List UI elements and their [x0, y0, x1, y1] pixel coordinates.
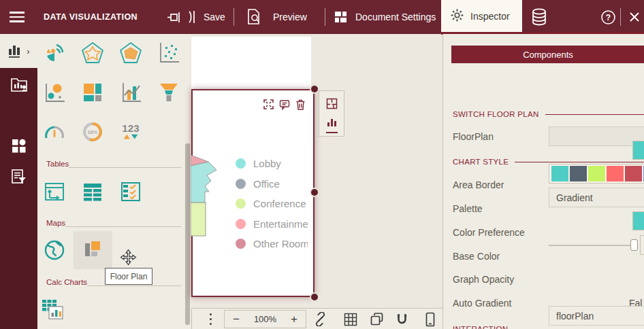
funnel-chart-icon[interactable] — [157, 80, 181, 105]
section-calc-charts: Calc Charts — [46, 277, 181, 286]
palette-color-swatch — [551, 166, 568, 181]
bubble-chart-icon[interactable] — [42, 80, 67, 105]
table-solid-icon[interactable] — [80, 179, 105, 204]
widget-expand-icon[interactable] — [263, 99, 274, 112]
floorplan-field-label: FloorPlan — [453, 131, 494, 142]
preview-icon[interactable] — [246, 0, 262, 34]
filled-radar-chart-icon[interactable] — [118, 41, 143, 65]
palette-color-swatch — [625, 166, 642, 181]
tab-inspector-label: Inspector — [470, 11, 510, 22]
base-color-swatch[interactable] — [632, 211, 644, 230]
canvas-page[interactable] — [191, 37, 311, 90]
legend-swatch — [236, 179, 246, 189]
legend-swatch — [236, 239, 246, 249]
magnet-snap-icon[interactable] — [395, 309, 409, 329]
save-icon[interactable] — [188, 0, 197, 34]
zoom-out-button[interactable]: − — [233, 313, 240, 326]
color-preference-label: Color Preference — [453, 227, 525, 238]
widget-comment-icon[interactable] — [279, 99, 290, 113]
palette-scrollbar[interactable] — [185, 143, 190, 325]
save-button[interactable]: Save — [204, 0, 225, 34]
legend-label: Office — [253, 178, 280, 190]
components-header[interactable]: Components — [451, 46, 644, 63]
duplicate-icon[interactable] — [370, 309, 384, 329]
table-resize-icon[interactable] — [42, 179, 67, 204]
svg-text:?: ? — [606, 13, 611, 22]
palette-color-row[interactable] — [549, 164, 644, 184]
combo-bar-line-chart-icon[interactable] — [118, 80, 143, 105]
tab-inspector[interactable]: Inspector — [441, 0, 522, 32]
floor-plan-drawing — [191, 152, 219, 242]
gear-icon — [450, 8, 464, 24]
sidebar-item-dashboards[interactable] — [0, 138, 37, 154]
legend-label: Entertainment — [253, 218, 308, 230]
zoom-control: − 100% + — [224, 310, 306, 328]
close-icon[interactable] — [629, 0, 640, 34]
kpi-number-icon[interactable]: 123 — [118, 120, 143, 144]
sidebar-item-filter-report[interactable] — [0, 169, 37, 186]
menu-icon[interactable] — [10, 0, 25, 34]
treemap-icon[interactable] — [80, 80, 105, 105]
database-icon[interactable] — [530, 0, 548, 34]
app-title: DATA VISUALIZATION — [44, 0, 138, 34]
floorplan-field-input[interactable] — [549, 126, 644, 146]
section-switch-floor-plan-title: SWITCH FLOOR PLAN — [453, 110, 539, 118]
toolbar-divider — [234, 8, 234, 26]
floorplan-view-icon[interactable] — [326, 98, 338, 112]
left-sidebar — [0, 68, 37, 329]
preview-button[interactable]: Preview — [273, 0, 307, 34]
calc-chart-icon[interactable] — [41, 298, 65, 322]
mobile-preview-icon[interactable] — [424, 309, 436, 329]
selection-handle-right[interactable] — [310, 188, 319, 197]
svg-text:123: 123 — [122, 122, 139, 134]
chart-legend: Lobby Office Conference Room Entertainme… — [236, 154, 308, 254]
base-color-label: Base Color — [453, 251, 500, 262]
widget-delete-icon[interactable] — [295, 99, 306, 113]
help-icon[interactable]: ? — [600, 0, 616, 34]
palette-color-swatch — [570, 166, 587, 181]
legend-label: Other Room — [253, 238, 308, 249]
area-border-color-swatch[interactable] — [632, 141, 644, 160]
legend-item: Lobby — [236, 154, 308, 174]
section-maps-title: Maps — [46, 219, 65, 227]
section-calc-charts-title: Calc Charts — [46, 278, 87, 286]
table-check-icon[interactable] — [118, 179, 143, 204]
polar-chart-icon[interactable] — [42, 41, 67, 65]
legend-swatch — [236, 198, 246, 209]
pin-icon[interactable] — [167, 0, 181, 34]
selection-handle-bottom-right[interactable] — [310, 292, 319, 302]
toolbar-divider — [620, 8, 621, 26]
document-settings-icon[interactable] — [334, 0, 348, 34]
palette-color-swatch — [607, 166, 624, 181]
more-options-icon[interactable] — [210, 309, 212, 329]
document-settings-button[interactable]: Document Settings — [355, 0, 436, 34]
legend-label: Lobby — [253, 158, 281, 169]
chart-view-icon[interactable] — [326, 117, 338, 133]
move-cursor-icon — [120, 249, 137, 269]
selection-handle-top-right[interactable] — [310, 84, 319, 94]
svg-text:68%: 68% — [88, 130, 97, 135]
sidebar-item-data-folder[interactable] — [0, 76, 37, 92]
legend-swatch — [236, 219, 246, 229]
graph-opacity-slider-handle[interactable] — [630, 239, 638, 251]
section-maps: Maps — [46, 218, 181, 227]
color-preference-dropdown[interactable]: Gradient — [549, 188, 644, 207]
grid-icon[interactable] — [344, 309, 357, 329]
scatter-plot-icon[interactable] — [157, 41, 181, 65]
graph-opacity-value-box[interactable] — [640, 235, 644, 255]
chevron-right-icon: › — [27, 46, 29, 56]
graph-opacity-label: Graph Opacity — [453, 274, 514, 285]
zoom-in-button[interactable]: + — [291, 313, 297, 326]
globe-map-icon[interactable] — [42, 238, 67, 262]
radar-chart-icon[interactable] — [80, 41, 105, 65]
legend-swatch — [236, 158, 246, 169]
donut-progress-icon[interactable]: 68% — [80, 120, 105, 144]
scenario-name-input[interactable]: floorPlan — [549, 306, 644, 326]
gauge-chart-icon[interactable] — [42, 120, 67, 144]
link-icon[interactable] — [313, 309, 327, 329]
graph-opacity-slider-track[interactable] — [549, 245, 633, 246]
legend-item: Entertainment — [236, 214, 308, 235]
sidebar-item-charts-active[interactable]: › — [0, 34, 37, 68]
floor-plan-map-icon[interactable] — [80, 238, 105, 262]
palette-label: Palette — [453, 203, 483, 214]
